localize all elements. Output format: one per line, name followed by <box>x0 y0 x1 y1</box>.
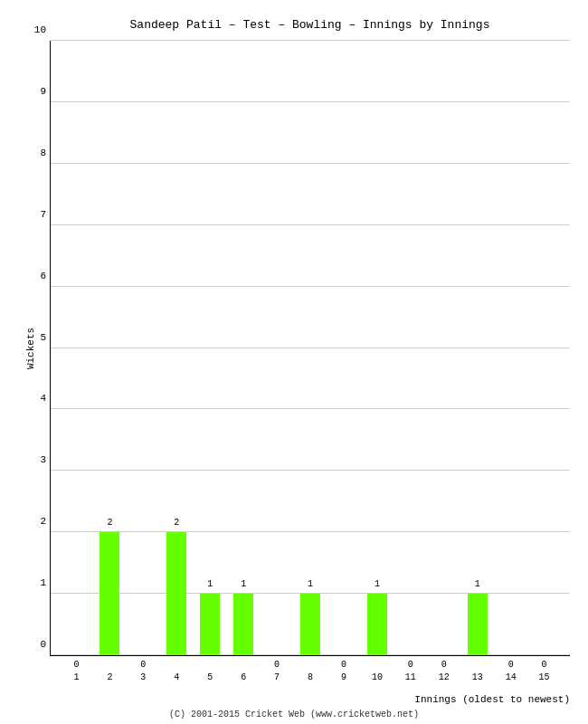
bar-value-label: 1 <box>241 579 246 589</box>
bar: 1 <box>300 594 320 655</box>
bar-value-label: 1 <box>308 579 313 589</box>
x-axis-title: Innings (oldest to newest) <box>414 694 570 705</box>
bar: 2 <box>100 532 119 655</box>
bar-group: 18 <box>294 41 327 655</box>
y-tick-label: 1 <box>40 577 46 588</box>
y-tick-label: 3 <box>40 454 46 465</box>
x-tick-label: 1 <box>73 672 79 682</box>
footer: (C) 2001-2015 Cricket Web (www.cricketwe… <box>0 710 588 719</box>
bar-group: 011 <box>394 41 427 655</box>
bar-zero-label: 0 <box>274 660 280 670</box>
x-tick-label: 15 <box>539 672 550 682</box>
x-tick-label: 2 <box>107 672 112 682</box>
bar: 1 <box>200 594 220 655</box>
x-tick-label: 5 <box>207 672 213 682</box>
bars-area: 012203241516071809110011012113014015 <box>51 41 570 655</box>
bar-group: 22 <box>93 41 127 655</box>
bar-group: 015 <box>527 41 561 655</box>
y-tick-label: 5 <box>40 332 46 343</box>
y-tick-label: 2 <box>40 516 46 527</box>
chart-container: Sandeep Patil – Test – Bowling – Innings… <box>0 0 588 724</box>
y-tick-label: 4 <box>40 393 46 404</box>
bar-zero-label: 0 <box>542 660 547 670</box>
bar-group: 09 <box>327 41 361 655</box>
bar-group: 110 <box>360 41 394 655</box>
bar: 1 <box>367 594 387 655</box>
bar-zero-label: 0 <box>441 660 447 670</box>
y-tick-label: 0 <box>40 639 46 650</box>
y-axis-label: Wickets <box>25 327 36 368</box>
chart-area: Wickets 01220324151607180911001101211301… <box>50 41 570 656</box>
bar-group: 15 <box>194 41 227 655</box>
x-tick-label: 9 <box>341 672 346 682</box>
y-tick-label: 6 <box>40 271 46 281</box>
x-tick-label: 6 <box>241 672 246 682</box>
bar-group: 16 <box>227 41 261 655</box>
bar: 1 <box>468 594 488 655</box>
bar-value-label: 1 <box>207 579 213 589</box>
x-tick-label: 3 <box>140 672 146 682</box>
x-tick-label: 4 <box>174 672 179 682</box>
y-tick-label: 8 <box>40 148 46 158</box>
bar-group: 012 <box>427 41 460 655</box>
x-tick-label: 12 <box>439 672 450 682</box>
y-tick-label: 7 <box>40 209 46 220</box>
bar-value-label: 2 <box>107 518 112 528</box>
x-tick-label: 13 <box>472 672 483 682</box>
bar-group: 014 <box>494 41 527 655</box>
bar-value-label: 2 <box>174 518 179 528</box>
bar: 1 <box>233 594 253 655</box>
bar-zero-label: 0 <box>408 660 413 670</box>
y-tick-label: 9 <box>40 86 46 97</box>
bar-group: 24 <box>160 41 194 655</box>
bar-value-label: 1 <box>375 579 380 589</box>
bar-zero-label: 0 <box>73 660 79 670</box>
y-tick-label: 10 <box>34 24 46 35</box>
x-tick-label: 11 <box>405 672 416 682</box>
bar-zero-label: 0 <box>341 660 346 670</box>
bar-zero-label: 0 <box>140 660 146 670</box>
bar-value-label: 1 <box>475 579 480 589</box>
x-tick-label: 14 <box>506 672 517 682</box>
bar-group: 113 <box>460 41 494 655</box>
bar-zero-label: 0 <box>508 660 514 670</box>
x-tick-label: 8 <box>308 672 313 682</box>
chart-title: Sandeep Patil – Test – Bowling – Innings… <box>50 18 570 32</box>
bar-group: 03 <box>127 41 160 655</box>
bar: 2 <box>166 532 186 655</box>
bar-group: 01 <box>60 41 93 655</box>
bar-group: 07 <box>261 41 294 655</box>
x-tick-label: 7 <box>274 672 280 682</box>
x-tick-label: 10 <box>372 672 383 682</box>
